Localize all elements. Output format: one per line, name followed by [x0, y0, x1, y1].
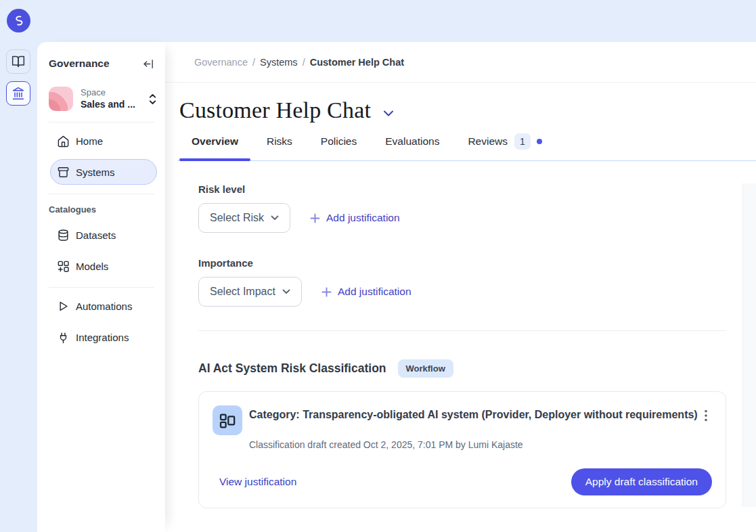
play-icon: [57, 300, 70, 313]
importance-section: Importance Select Impact Add justificati…: [198, 257, 726, 307]
divider: [49, 122, 154, 123]
tab-evaluations[interactable]: Evaluations: [373, 133, 451, 160]
space-name: Sales and ...: [81, 98, 146, 110]
tab-label: Risks: [267, 135, 292, 148]
library-rail-button[interactable]: [6, 49, 30, 74]
main-panel: Governance / Systems / Customer Help Cha…: [165, 42, 756, 532]
vertical-scrollbar[interactable]: [742, 183, 756, 507]
sidebar-item-label: Automations: [76, 301, 132, 312]
divider: [49, 287, 154, 288]
sidebar-item-label: Models: [76, 261, 108, 272]
sidebar: Governance Space Sales and ... Home: [37, 42, 165, 532]
tab-bar: Overview Risks Policies Evaluations Revi…: [177, 133, 756, 161]
breadcrumb-governance[interactable]: Governance: [194, 57, 248, 68]
home-icon: [57, 135, 70, 148]
breadcrumb-separator: /: [303, 57, 305, 68]
tab-label: Reviews: [468, 135, 508, 148]
chevron-down-icon: [271, 215, 279, 221]
add-importance-justification-link[interactable]: Add justification: [321, 286, 412, 298]
title-chevron-down-icon[interactable]: [383, 110, 394, 117]
add-justification-label: Add justification: [326, 212, 400, 224]
space-kicker: Space: [81, 87, 146, 98]
breadcrumb-systems[interactable]: Systems: [260, 57, 298, 68]
tab-overview[interactable]: Overview: [179, 133, 250, 160]
classification-card-title: Category: Transparency-obligated AI syst…: [249, 405, 700, 424]
tab-risks[interactable]: Risks: [254, 133, 305, 160]
risk-level-section: Risk level Select Risk Add justification: [198, 183, 726, 233]
tab-label: Evaluations: [385, 135, 439, 148]
breadcrumb-separator: /: [252, 57, 255, 68]
archive-icon: [57, 166, 70, 179]
sidebar-item-models[interactable]: Models: [50, 253, 157, 279]
sidebar-title: Governance: [49, 58, 110, 70]
view-justification-link[interactable]: View justification: [219, 476, 296, 488]
sidebar-section-label: Catalogues: [49, 204, 165, 215]
select-risk-value: Select Risk: [210, 212, 264, 224]
governance-rail-button[interactable]: [6, 81, 30, 106]
collapse-sidebar-icon[interactable]: [143, 58, 154, 70]
sidebar-item-label: Systems: [76, 167, 115, 178]
importance-label: Importance: [198, 257, 726, 269]
page-title: Customer Help Chat: [179, 97, 371, 123]
sidebar-item-home[interactable]: Home: [50, 128, 157, 154]
divider: [198, 330, 726, 331]
classification-card-meta: Classification draft created Oct 2, 2025…: [249, 439, 712, 450]
category-icon: [213, 405, 242, 435]
sidebar-item-label: Home: [76, 135, 103, 147]
unfold-chevrons-icon: [148, 93, 157, 105]
tab-label: Policies: [321, 135, 357, 148]
notification-dot: [537, 139, 542, 144]
classification-heading: AI Act System Risk Classification: [198, 361, 386, 376]
select-impact-dropdown[interactable]: Select Impact: [198, 277, 302, 307]
breadcrumb-current-page: Customer Help Chat: [310, 57, 404, 68]
reviews-count-badge: 1: [514, 133, 531, 150]
breadcrumb: Governance / Systems / Customer Help Cha…: [165, 42, 756, 83]
app-logo-icon[interactable]: [7, 9, 30, 32]
sidebar-item-label: Integrations: [76, 332, 129, 343]
sidebar-item-label: Datasets: [76, 229, 116, 241]
book-open-icon: [12, 55, 25, 68]
plus-icon: [321, 287, 332, 297]
tab-reviews[interactable]: Reviews 1: [455, 133, 554, 160]
risk-level-label: Risk level: [198, 183, 726, 195]
tab-label: Overview: [192, 135, 238, 148]
top-bar: [0, 0, 756, 42]
left-icon-rail: [0, 42, 37, 532]
select-impact-value: Select Impact: [210, 286, 275, 298]
plus-icon: [310, 213, 320, 223]
database-icon: [57, 229, 70, 242]
select-risk-dropdown[interactable]: Select Risk: [198, 203, 290, 233]
sidebar-item-systems[interactable]: Systems: [50, 159, 157, 185]
add-risk-justification-link[interactable]: Add justification: [310, 212, 400, 224]
tab-policies[interactable]: Policies: [309, 133, 369, 160]
bank-icon: [12, 87, 25, 100]
space-selector[interactable]: Space Sales and ...: [49, 87, 157, 111]
classification-card: Category: Transparency-obligated AI syst…: [198, 391, 726, 508]
workflow-badge: Workflow: [398, 359, 453, 378]
add-justification-label: Add justification: [338, 286, 412, 298]
apps-plus-icon: [57, 260, 70, 273]
divider: [49, 194, 154, 194]
kebab-menu-icon[interactable]: [700, 405, 712, 422]
space-avatar: [49, 87, 73, 111]
sidebar-item-datasets[interactable]: Datasets: [50, 222, 157, 248]
apply-draft-classification-button[interactable]: Apply draft classification: [571, 468, 712, 495]
plug-icon: [57, 331, 70, 344]
chevron-down-icon: [282, 289, 290, 294]
sidebar-item-integrations[interactable]: Integrations: [50, 324, 157, 350]
sidebar-item-automations[interactable]: Automations: [50, 293, 157, 319]
